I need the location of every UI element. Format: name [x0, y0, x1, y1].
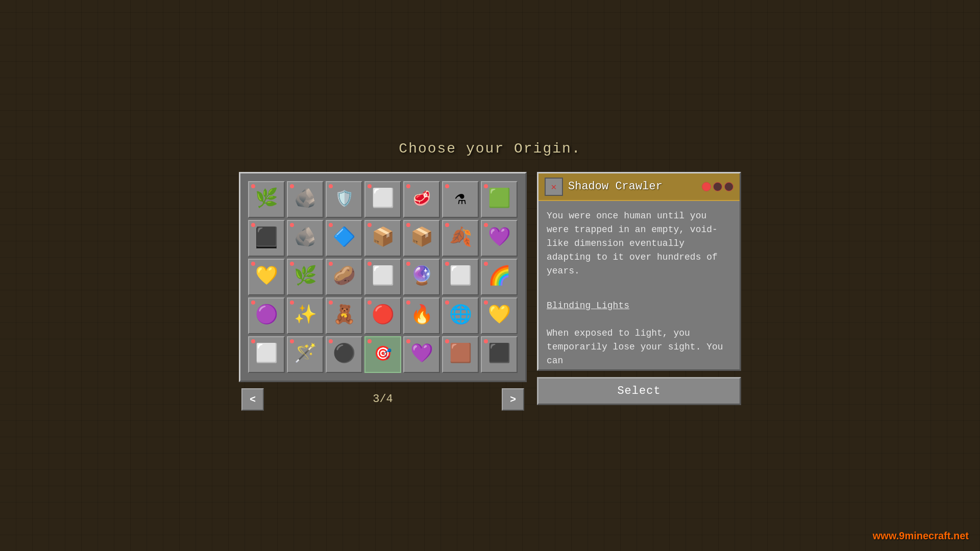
grid-item[interactable]: 🔥 [403, 297, 440, 334]
grid-item[interactable]: 💜 [403, 336, 440, 373]
grid-item[interactable]: ⚫ [326, 336, 362, 373]
page-indicator: 3/4 [373, 393, 393, 406]
select-button[interactable]: Select [537, 377, 741, 405]
origin-icon: ✕ [545, 178, 563, 196]
stars-container [702, 182, 733, 191]
description-content[interactable]: You were once human until you were trapp… [538, 201, 740, 367]
grid-item[interactable]: 🟣 [248, 297, 285, 334]
grid-item[interactable]: ⬜ [442, 259, 479, 295]
grid-item[interactable]: 🟫 [442, 336, 479, 373]
grid-item[interactable]: ✨ [287, 297, 324, 334]
grid-item[interactable]: ⬜ [364, 259, 401, 295]
grid-item[interactable]: 🥔 [326, 259, 362, 295]
grid-item[interactable]: 💜 [481, 220, 518, 257]
grid-item[interactable]: ⬛ [248, 220, 285, 257]
origin-name: Shadow Crawler [568, 180, 697, 193]
grid-item[interactable]: 🟩 [481, 181, 518, 218]
next-button[interactable]: > [502, 388, 524, 411]
grid-item[interactable]: 🪨 [287, 181, 324, 218]
grid-item[interactable]: ⬜ [364, 181, 401, 218]
right-panel: ✕ Shadow Crawler You were once human unt… [537, 172, 741, 405]
description-box: ✕ Shadow Crawler You were once human unt… [537, 172, 741, 371]
watermark: www.9minecraft.net [873, 530, 969, 542]
origin-description: You were once human until you were trapp… [547, 211, 718, 276]
grid-item[interactable]: ⚗️ [442, 181, 479, 218]
grid-item[interactable]: 🌈 [481, 259, 518, 295]
prev-button[interactable]: < [241, 388, 264, 411]
navigation-bar: < 3/4 > [239, 388, 527, 411]
grid-item[interactable]: 🌿 [287, 259, 324, 295]
left-panel: 🌿 🪨 🛡️ ⬜ 🥩 ⚗️ 🟩 ⬛ 🪨 🔷 📦 📦 🍂 💜 💛 🌿 🥔 ⬜ 🔮 … [239, 172, 527, 411]
page-title: Choose your Origin. [399, 141, 581, 157]
item-grid: 🌿 🪨 🛡️ ⬜ 🥩 ⚗️ 🟩 ⬛ 🪨 🔷 📦 📦 🍂 💜 💛 🌿 🥔 ⬜ 🔮 … [239, 172, 527, 382]
grid-item[interactable]: ⬜ [248, 336, 285, 373]
star-2 [713, 182, 722, 191]
grid-item[interactable]: 📦 [364, 220, 401, 257]
grid-item[interactable]: 💛 [481, 297, 518, 334]
grid-item[interactable]: 🥩 [403, 181, 440, 218]
star-3 [724, 182, 733, 191]
grid-item[interactable]: 🍂 [442, 220, 479, 257]
ability-title: Blinding Lights [547, 299, 731, 313]
main-container: 🌿 🪨 🛡️ ⬜ 🥩 ⚗️ 🟩 ⬛ 🪨 🔷 📦 📦 🍂 💜 💛 🌿 🥔 ⬜ 🔮 … [239, 172, 741, 411]
grid-item[interactable]: 📦 [403, 220, 440, 257]
grid-item[interactable]: 🛡️ [326, 181, 362, 218]
grid-item[interactable]: 🌐 [442, 297, 479, 334]
grid-item[interactable]: 🔴 [364, 297, 401, 334]
grid-item[interactable]: 🔷 [326, 220, 362, 257]
description-header: ✕ Shadow Crawler [538, 173, 740, 201]
grid-item[interactable]: 🧸 [326, 297, 362, 334]
grid-item[interactable]: 💛 [248, 259, 285, 295]
grid-item[interactable]: ⬛ [481, 336, 518, 373]
ability-description: When exposed to light, you temporarily l… [547, 328, 723, 366]
star-1 [702, 182, 711, 191]
grid-item[interactable]: 🔮 [403, 259, 440, 295]
grid-item-selected[interactable]: 🎯 [364, 336, 401, 373]
grid-item[interactable]: 🪨 [287, 220, 324, 257]
grid-item[interactable]: 🌿 [248, 181, 285, 218]
grid-item[interactable]: 🪄 [287, 336, 324, 373]
